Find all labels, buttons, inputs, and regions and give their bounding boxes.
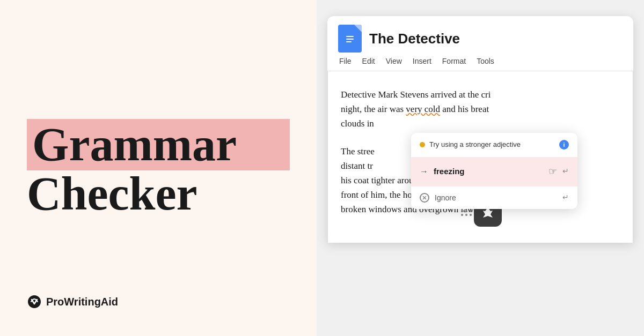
suggestion-item-freezing[interactable]: → freezing ☞ ↵ (411, 158, 577, 186)
suggestion-header: Try using a stronger adjective i (411, 133, 577, 158)
doc-title: The Detective (369, 31, 460, 47)
dot-4 (461, 214, 463, 216)
doc-window: The Detective File Edit View Insert Form… (327, 16, 633, 243)
arrow-right-icon: → (420, 165, 428, 178)
menu-view[interactable]: View (386, 57, 402, 65)
suggestion-word: freezing (434, 165, 543, 178)
menu-edit[interactable]: Edit (362, 57, 375, 65)
ignore-item[interactable]: Ignore ↵ (411, 186, 577, 209)
paragraph-1: Detective Mark Stevens arrived at the cr… (341, 87, 620, 131)
suggestion-dot (420, 142, 425, 147)
ignore-icon (420, 193, 429, 203)
hero-text: Grammar Checker (27, 119, 290, 218)
menu-insert[interactable]: Insert (413, 57, 431, 65)
cursor-icon: ☞ (548, 164, 557, 180)
brand-name: ProWritingAid (46, 296, 118, 308)
menu-file[interactable]: File (339, 57, 352, 65)
suggestion-popup: Try using a stronger adjective i → freez… (411, 133, 577, 209)
brand-icon (27, 294, 42, 309)
dot-2 (465, 210, 467, 212)
doc-title-row: The Detective (338, 25, 623, 53)
dot-6 (470, 214, 472, 216)
menu-format[interactable]: Format (442, 57, 466, 65)
brand-logo: ProWritingAid (27, 294, 118, 309)
doc-menu: File Edit View Insert Format Tools (338, 57, 623, 65)
ignore-shortcut-icon: ↵ (562, 192, 569, 204)
dot-1 (461, 210, 463, 212)
enter-shortcut-icon: ↵ (562, 166, 569, 177)
svg-rect-2 (346, 39, 354, 40)
wavy-underline-text: very cold (406, 104, 440, 114)
info-icon[interactable]: i (559, 140, 569, 150)
dot-3 (470, 210, 472, 212)
google-docs-icon (338, 25, 362, 53)
menu-tools[interactable]: Tools (477, 57, 494, 65)
grammar-highlight-box: Grammar (27, 119, 290, 170)
right-panel: The Detective File Edit View Insert Form… (317, 0, 644, 336)
checker-label: Checker (27, 170, 290, 218)
dots-grid (461, 210, 472, 216)
svg-rect-1 (346, 36, 354, 37)
left-panel: Grammar Checker ProWritingAid (0, 0, 317, 336)
suggestion-header-text: Try using a stronger adjective (429, 139, 555, 151)
ignore-text: Ignore (435, 192, 557, 204)
doc-header: The Detective File Edit View Insert Form… (327, 16, 633, 71)
dot-5 (465, 214, 467, 216)
grammar-label: Grammar (32, 118, 237, 170)
svg-rect-3 (346, 41, 352, 42)
